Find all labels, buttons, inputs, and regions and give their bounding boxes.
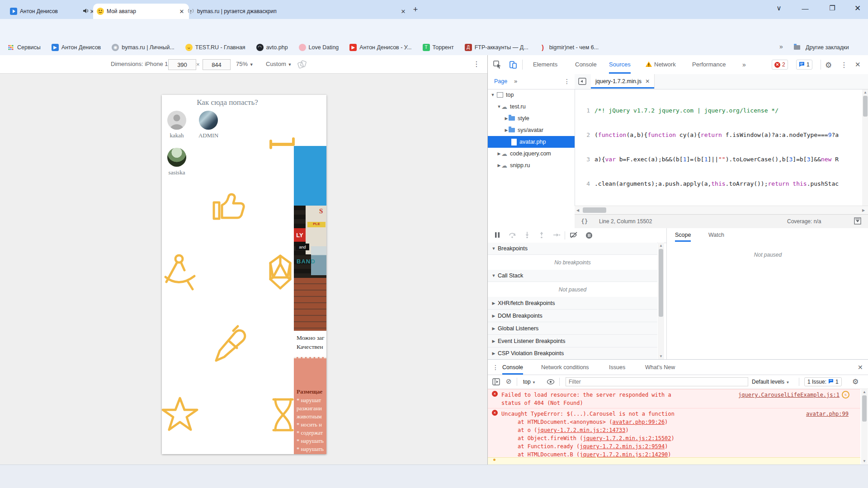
bookmark-item[interactable]: ▶ Антон Денисов - У...	[349, 44, 411, 51]
window-minimize-button[interactable]: —	[795, 0, 816, 16]
drawer-tab-whats-new[interactable]: What's New	[645, 360, 675, 375]
avatar-admin[interactable]	[199, 111, 218, 130]
stack-link[interactable]: jquery-1.7.2.min.js:2:9594	[580, 443, 665, 450]
deactivate-breakpoints-icon[interactable]	[570, 232, 578, 240]
devtools-tab-elements[interactable]: Elements	[533, 55, 557, 74]
expander-right-icon[interactable]: ▶	[491, 301, 496, 305]
browser-tab-3[interactable]: bymas.ru | ругается джаваскрип ✕	[184, 4, 410, 19]
step-into-icon[interactable]	[524, 232, 530, 240]
live-expression-eye-icon[interactable]	[547, 378, 555, 387]
console-settings-gear-icon[interactable]: ⚙	[852, 377, 859, 386]
hide-navigator-icon[interactable]	[578, 77, 586, 87]
expander-right-icon[interactable]: ▶	[497, 163, 501, 168]
browser-tab-2-active[interactable]: Мой аватар ✕	[93, 4, 189, 19]
editor-vertical-scrollbar[interactable]: ▲	[862, 89, 868, 206]
bookmark-item[interactable]: Д FTP-аккаунты — Д...	[465, 44, 528, 51]
avatar-kakah[interactable]	[167, 111, 186, 130]
pause-script-icon[interactable]	[494, 232, 500, 240]
adblocker-badge-icon[interactable]: ⇅	[842, 391, 849, 399]
drawer-tab-network-conditions[interactable]: Network conditions	[541, 360, 589, 375]
tab-watch[interactable]: Watch	[708, 228, 724, 242]
devtools-kebab-icon[interactable]: ⋮	[840, 61, 848, 69]
coverage-expand-icon[interactable]	[854, 217, 861, 226]
tree-item-style[interactable]: ▶ style	[488, 113, 575, 124]
new-tab-button[interactable]: +	[410, 5, 421, 17]
issue-count-badge[interactable]: 1	[796, 60, 812, 70]
other-bookmarks-button[interactable]: Другие закладки	[794, 40, 849, 55]
section-call-stack[interactable]: ▼Call Stack Not paused	[488, 270, 657, 298]
stack-link[interactable]: avatar.php:99:26	[613, 419, 665, 425]
console-error-typeerror[interactable]: ✕ Uncaught TypeError: $(...).Carousel is…	[488, 408, 860, 458]
clear-console-icon[interactable]: ⊘	[506, 377, 512, 385]
window-menu-icon[interactable]: ∨	[769, 0, 789, 16]
expander-down-icon[interactable]: ▼	[491, 273, 496, 278]
tab-audio-icon[interactable]	[83, 8, 89, 15]
navigator-more-tabs-icon[interactable]: »	[514, 78, 517, 84]
device-zoom-select[interactable]: 75% ▼	[236, 61, 254, 67]
console-error-404[interactable]: ✕ Failed to load resource: the server re…	[488, 389, 860, 409]
tree-item-testru[interactable]: ▼ ☁ test.ru	[488, 101, 575, 113]
expander-down-icon[interactable]: ▼	[497, 104, 501, 109]
expander-right-icon[interactable]: ▶	[497, 151, 501, 156]
step-over-icon[interactable]	[509, 232, 516, 240]
device-toolbar-kebab-icon[interactable]: ⋮	[473, 60, 480, 68]
bookmark-item[interactable]: ) bigmir)net - чем 6...	[539, 44, 599, 51]
step-out-icon[interactable]	[538, 232, 545, 240]
tree-item-top[interactable]: ▼ top	[488, 89, 575, 101]
stack-link[interactable]: jquery-1.7.2.min.js:2:15502	[583, 435, 671, 441]
devtools-tab-performance[interactable]: Performance	[692, 55, 726, 74]
console-context-select[interactable]: top ▼	[523, 379, 536, 385]
devtools-tab-console[interactable]: Console	[575, 55, 597, 74]
step-icon[interactable]	[553, 232, 560, 240]
editor-tab-close-icon[interactable]: ✕	[645, 78, 650, 84]
devtools-settings-gear-icon[interactable]: ⚙	[825, 61, 832, 70]
bookmark-item[interactable]: ◠ avto.php	[256, 44, 288, 51]
console-issues-button[interactable]: 1 Issue: 1	[804, 377, 842, 386]
error-count-badge[interactable]: ✕ 2	[772, 60, 788, 70]
expander-right-icon[interactable]: ▶	[504, 116, 509, 121]
navigator-kebab-icon[interactable]: ⋮	[564, 78, 570, 85]
expander-down-icon[interactable]: ▼	[491, 246, 496, 251]
bookmark-item[interactable]: ᴗ TEST.RU - Главная	[185, 44, 245, 51]
expander-right-icon[interactable]: ▶	[504, 128, 509, 132]
expander-right-icon[interactable]: ▶	[491, 314, 496, 318]
bookmark-item[interactable]: Love Dating	[299, 44, 339, 51]
devtools-tab-network[interactable]: Network	[654, 55, 676, 74]
error-source-link[interactable]: jquery.CarouselLifeExample.js:1	[738, 391, 840, 399]
device-height-input[interactable]	[203, 59, 231, 70]
sidebar-scrollbar[interactable]: ▲ ▼	[658, 243, 664, 359]
device-width-input[interactable]	[168, 59, 196, 70]
editor-tab-jquery[interactable]: jquery-1.7.2.min.js ✕	[591, 74, 655, 89]
section-dom-breakpoints[interactable]: ▶DOM Breakpoints	[488, 310, 657, 322]
rotate-device-icon[interactable]	[297, 60, 307, 70]
navigator-tab-page[interactable]: Page	[494, 78, 507, 88]
drawer-close-icon[interactable]: ✕	[858, 364, 863, 371]
editor-horizontal-scrollbar[interactable]: ◀ ▶	[575, 206, 868, 215]
tab-scope[interactable]: Scope	[675, 228, 691, 242]
drawer-kebab-icon[interactable]: ⋮	[492, 364, 499, 371]
bookmark-item[interactable]: ▶ Антон Денисов	[52, 44, 101, 51]
window-maximize-button[interactable]: ❐	[822, 0, 843, 16]
console-sidebar-toggle-icon[interactable]	[492, 378, 500, 387]
expander-down-icon[interactable]: ▼	[491, 93, 495, 97]
bookmark-item[interactable]: Сервисы	[7, 44, 41, 51]
bookmark-item[interactable]: T Торрент	[423, 44, 454, 51]
pause-on-exceptions-icon[interactable]	[585, 232, 593, 241]
expander-right-icon[interactable]: ▶	[491, 339, 496, 343]
avatar-label[interactable]: sasiska	[163, 169, 190, 176]
section-global-listeners[interactable]: ▶Global Listeners	[488, 322, 657, 335]
pretty-print-icon[interactable]: {}	[581, 218, 588, 225]
drawer-tab-console[interactable]: Console	[502, 360, 523, 375]
tree-item-avatar-php-selected[interactable]: avatar.php	[488, 136, 575, 148]
window-close-button[interactable]: ✕	[847, 0, 868, 16]
bookmark-item[interactable]: ◉ bymas.ru | Личный...	[112, 44, 175, 51]
console-scrollbar[interactable]: ▲ ▼	[861, 389, 868, 464]
console-levels-select[interactable]: Default levels ▼	[752, 379, 789, 385]
section-xhr-breakpoints[interactable]: ▶XHR/fetch Breakpoints	[488, 297, 657, 310]
drawer-tab-issues[interactable]: Issues	[609, 360, 625, 375]
section-csp-violation-breakpoints[interactable]: ▶CSP Violation Breakpoints	[488, 347, 657, 360]
avatar-label[interactable]: ADMIN	[195, 132, 222, 139]
devtools-more-tabs-icon[interactable]: »	[742, 55, 746, 74]
device-toolbar-toggle-icon[interactable]	[509, 61, 517, 70]
bookmarks-overflow-icon[interactable]: »	[779, 43, 783, 50]
